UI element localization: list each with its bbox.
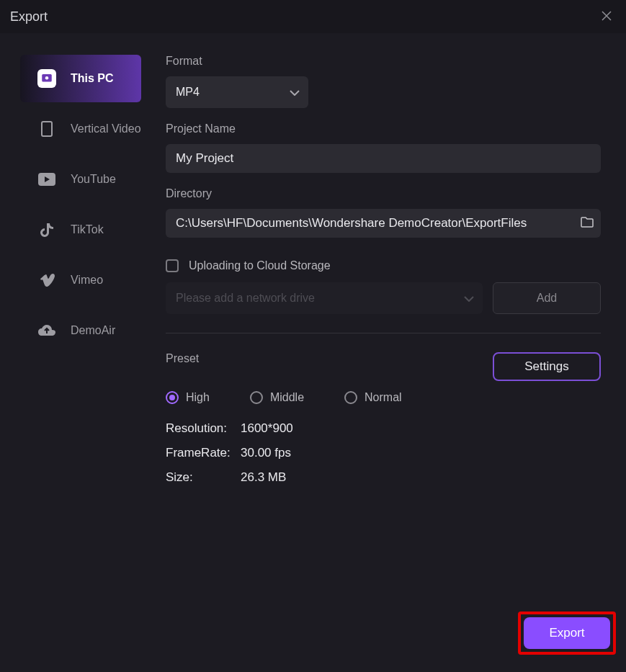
divider [166,333,601,333]
sidebar: This PC Vertical Video YouTube TikTok Vi… [0,55,166,495]
directory-input[interactable] [166,209,601,238]
project-name-input[interactable] [166,144,601,173]
radio-label: Middle [270,391,304,404]
spec-value: 1600*900 [241,421,293,436]
format-label: Format [166,55,604,68]
add-drive-button[interactable]: Add [493,282,601,314]
spec-key: Resolution: [166,421,241,436]
tiktok-icon [37,220,56,239]
cloud-upload-label: Uploading to Cloud Storage [189,259,331,272]
project-name-field: Project Name [166,122,604,173]
preset-radio-high[interactable]: High [166,391,210,404]
export-highlight: Export [518,611,616,655]
spec-key: Size: [166,470,241,485]
sidebar-item-label: Vertical Video [71,122,141,135]
format-value: MP4 [176,86,200,99]
settings-button[interactable]: Settings [493,352,601,381]
spec-value: 26.3 MB [241,470,286,485]
directory-field: Directory [166,187,604,238]
browse-folder-icon[interactable] [581,216,594,230]
directory-label: Directory [166,187,604,200]
cloud-upload-checkbox[interactable] [166,259,179,272]
footer: Export [518,611,616,655]
titlebar: Export [0,0,626,33]
spec-framerate: FrameRate: 30.00 fps [166,446,604,460]
spec-size: Size: 26.3 MB [166,470,604,485]
svg-point-1 [45,76,49,80]
preset-radio-normal[interactable]: Normal [344,391,402,404]
sidebar-item-vimeo[interactable]: Vimeo [20,256,141,304]
window-title: Export [10,9,48,24]
spec-value: 30.00 fps [241,446,291,460]
radio-icon [250,391,263,404]
project-name-label: Project Name [166,122,604,135]
cloud-checkbox-row: Uploading to Cloud Storage [166,259,604,272]
sidebar-item-label: TikTok [71,223,104,236]
preset-radio-group: High Middle Normal [166,391,604,404]
radio-icon [344,391,357,404]
radio-label: High [186,391,210,404]
svg-rect-2 [42,122,52,136]
chevron-down-icon [464,292,474,305]
sidebar-item-label: DemoAir [71,324,115,337]
pc-icon [37,69,56,88]
preset-header: Preset Settings [166,352,601,381]
radio-label: Normal [365,391,402,404]
network-drive-select[interactable]: Please add a network drive [166,282,483,314]
sidebar-item-youtube[interactable]: YouTube [20,156,141,203]
format-field: Format MP4 [166,55,604,108]
radio-icon [166,391,179,404]
main-content: This PC Vertical Video YouTube TikTok Vi… [0,33,626,495]
spec-key: FrameRate: [166,446,241,460]
sidebar-item-label: This PC [71,72,114,85]
vertical-video-icon [37,120,56,138]
youtube-icon [37,170,56,189]
preset-radio-middle[interactable]: Middle [250,391,304,404]
close-icon[interactable] [597,5,616,29]
preset-label: Preset [166,352,199,365]
cloud-upload-icon [37,321,56,340]
export-button[interactable]: Export [524,617,610,649]
spec-resolution: Resolution: 1600*900 [166,421,604,436]
sidebar-item-label: YouTube [71,173,116,186]
chevron-down-icon [290,86,300,99]
export-form: Format MP4 Project Name Directory [166,55,626,495]
sidebar-item-tiktok[interactable]: TikTok [20,206,141,254]
sidebar-item-label: Vimeo [71,274,103,287]
vimeo-icon [37,271,56,290]
sidebar-item-vertical-video[interactable]: Vertical Video [20,105,141,153]
sidebar-item-this-pc[interactable]: This PC [20,55,141,102]
network-drive-placeholder: Please add a network drive [176,292,315,305]
format-select[interactable]: MP4 [166,76,308,108]
cloud-drive-row: Please add a network drive Add [166,282,601,314]
sidebar-item-demoair[interactable]: DemoAir [20,307,141,354]
